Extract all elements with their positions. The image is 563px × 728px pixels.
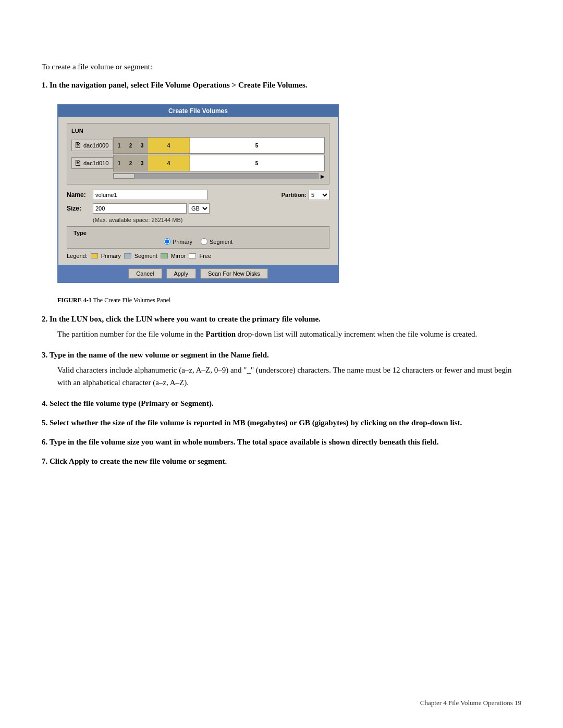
lun-name-dac1d000[interactable]: 🖹 dac1d000: [71, 140, 113, 151]
name-label: Name:: [67, 191, 93, 199]
partition-area-dac1d000: 1 2 3 4 5: [113, 137, 325, 154]
legend-segment-text: Segment: [134, 253, 157, 259]
part-2: 2: [125, 138, 137, 153]
type-options: Primary Segment: [74, 238, 323, 245]
type-segment-radio[interactable]: [201, 238, 207, 245]
size-input[interactable]: [93, 203, 187, 214]
legend-free-text: Free: [199, 253, 211, 259]
part-4b: 4: [148, 155, 190, 171]
legend-primary-box: [91, 253, 98, 258]
partition-area-dac1d010: 1 2 3 4 5: [113, 155, 325, 171]
scroll-right-arrow[interactable]: ▶: [321, 174, 325, 179]
apply-button[interactable]: Apply: [166, 268, 197, 279]
step-2: 2. In the LUN box, click the LUN where y…: [42, 315, 521, 340]
legend-mirror-box: [161, 253, 168, 258]
legend-row: Legend: Primary Segment Mirror Free: [67, 253, 329, 259]
dialog-content: LUN 🖹 dac1d000 1 2 3 4 5: [58, 117, 338, 265]
type-primary-option[interactable]: Primary: [164, 238, 192, 245]
part-5b: 5: [190, 155, 324, 171]
size-row: Size: GB MB: [67, 203, 329, 214]
step-3-header: 3. Type in the name of the new volume or…: [42, 351, 521, 360]
step-2-body: The partition number for the file volume…: [57, 328, 521, 340]
part-3b: 3: [137, 155, 148, 171]
step-3: 3. Type in the name of the new volume or…: [42, 351, 521, 389]
figure-caption: FIGURE 4-1 The Create File Volumes Panel: [57, 297, 521, 304]
part-1b: 1: [114, 155, 125, 171]
step-4-header: 4. Select the file volume type (Primary …: [42, 399, 521, 408]
partition-label: Partition:: [282, 192, 307, 198]
lun-row-dac1d010[interactable]: 🖹 dac1d010 1 2 3 4 5: [71, 155, 325, 171]
step-7: 7. Click Apply to create the new file vo…: [42, 457, 521, 466]
step-5-header: 5. Select whether the size of the file v…: [42, 418, 521, 427]
step-3-body: Valid characters include alphanumeric (a…: [57, 364, 521, 389]
type-section: Type Primary Segment: [67, 226, 329, 249]
figure-caption-bold: FIGURE 4-1: [57, 297, 92, 304]
figure-caption-text: The Create File Volumes Panel: [93, 297, 170, 304]
step-2-header: 2. In the LUN box, click the LUN where y…: [42, 315, 521, 324]
step-6: 6. Type in the file volume size you want…: [42, 438, 521, 447]
step-1-header: 1. In the navigation panel, select File …: [42, 81, 521, 90]
dialog-title: Create File Volumes: [168, 107, 228, 115]
legend-free-box: [189, 253, 196, 258]
create-file-volumes-dialog: Create File Volumes LUN 🖹 dac1d000 1 2: [57, 104, 339, 283]
type-label: Type: [74, 230, 323, 236]
legend-label: Legend:: [67, 253, 88, 259]
dialog-titlebar: Create File Volumes: [58, 105, 338, 117]
type-segment-option[interactable]: Segment: [201, 238, 232, 245]
partition-select[interactable]: 5 1 2 3 4: [309, 190, 329, 200]
lun-label: LUN: [71, 128, 325, 134]
dialog-container: Create File Volumes LUN 🖹 dac1d000 1 2: [57, 104, 339, 283]
part-2b: 2: [125, 155, 137, 171]
legend-segment-box: [124, 253, 131, 258]
step-4: 4. Select the file volume type (Primary …: [42, 399, 521, 408]
disk-icon-dac1d010: 🖹: [74, 159, 81, 167]
part-3: 3: [137, 138, 148, 153]
lun-name-dac1d010[interactable]: 🖹 dac1d010: [71, 157, 113, 169]
scrollbar-track[interactable]: [113, 173, 319, 179]
part-5: 5: [190, 138, 324, 153]
intro-text: To create a file volume or segment:: [42, 63, 521, 71]
legend-primary-text: Primary: [101, 253, 121, 259]
part-4: 4: [148, 138, 190, 153]
name-row: Name: Partition: 5 1 2 3 4: [67, 190, 329, 200]
scan-button[interactable]: Scan For New Disks: [200, 268, 268, 279]
type-primary-label: Primary: [173, 239, 192, 245]
part-1: 1: [114, 138, 125, 153]
max-space-text: (Max. available space: 262144 MB): [93, 217, 329, 223]
size-unit-select[interactable]: GB MB: [189, 203, 210, 214]
size-label: Size:: [67, 205, 93, 212]
lun-section: LUN 🖹 dac1d000 1 2 3 4 5: [67, 123, 329, 184]
step-1: 1. In the navigation panel, select File …: [42, 81, 521, 304]
legend-mirror-text: Mirror: [171, 253, 186, 259]
step-6-header: 6. Type in the file volume size you want…: [42, 438, 521, 447]
type-segment-label: Segment: [210, 239, 232, 245]
type-primary-radio[interactable]: [164, 238, 170, 245]
step-7-header: 7. Click Apply to create the new file vo…: [42, 457, 521, 466]
disk-icon-dac1d000: 🖹: [74, 141, 81, 150]
dialog-footer: Cancel Apply Scan For New Disks: [58, 265, 338, 282]
scrollbar-thumb[interactable]: [114, 174, 134, 179]
cancel-button[interactable]: Cancel: [128, 268, 162, 279]
scrollbar-row: ▶: [71, 172, 325, 180]
lun-row-dac1d000[interactable]: 🖹 dac1d000 1 2 3 4 5: [71, 137, 325, 154]
name-input[interactable]: [93, 190, 207, 200]
page-footer: Chapter 4 File Volume Operations 19: [420, 699, 521, 707]
step-5: 5. Select whether the size of the file v…: [42, 418, 521, 427]
